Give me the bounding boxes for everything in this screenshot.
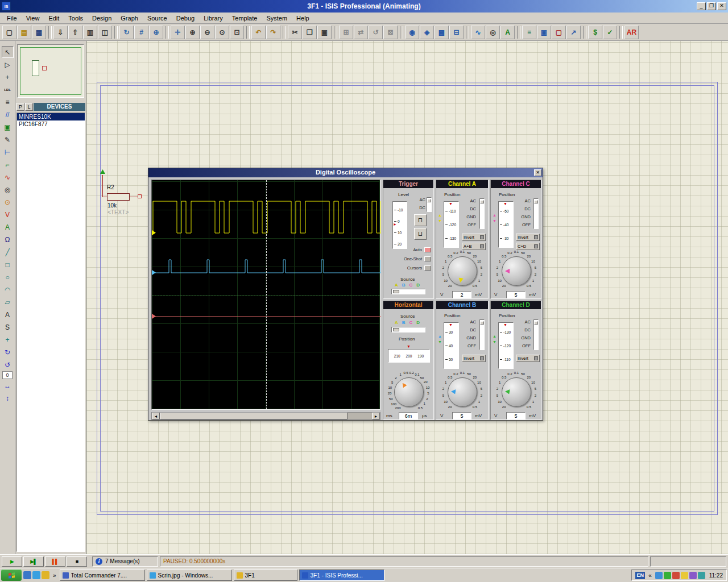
2d-box-mode-button[interactable]: □ — [2, 259, 14, 271]
task-button-isis[interactable]: 3F1 - ISIS Professi... — [299, 569, 384, 581]
channel-b-gain-knob[interactable]: 20105210.50.20.15020105210.5 — [438, 372, 487, 412]
maximize-button[interactable]: ❐ — [707, 2, 716, 10]
position-down-icon[interactable]: ▼ — [438, 219, 442, 223]
tray-icon-antivirus[interactable] — [664, 572, 671, 579]
knob-dial[interactable] — [502, 377, 531, 407]
mark-output-area-button[interactable]: ◫ — [98, 26, 112, 39]
menu-item[interactable]: Debug — [172, 14, 199, 23]
block-delete-button[interactable]: ⊠ — [383, 26, 398, 39]
subcircuit-mode-button[interactable]: ▣ — [2, 121, 14, 133]
minimize-button[interactable]: _ — [697, 2, 706, 10]
cut-button[interactable]: ✂ — [288, 26, 302, 39]
slider-thumb[interactable] — [534, 321, 538, 325]
decompose-button[interactable]: ⊟ — [449, 26, 464, 39]
remove-sheet-button[interactable]: ▢ — [552, 26, 566, 39]
channel-b-position-marker[interactable] — [152, 270, 156, 275]
text-script-mode-button[interactable]: ≡ — [2, 96, 14, 108]
show-desktop-icon[interactable] — [23, 571, 31, 579]
paste-button[interactable]: ▣ — [317, 26, 332, 39]
channel-c-position-marker[interactable] — [152, 314, 156, 319]
copy-button[interactable]: ❐ — [303, 26, 317, 39]
oscilloscope-titlebar[interactable]: Digital Oscilloscope ✕ — [148, 168, 543, 177]
step-button[interactable]: ▶▌ — [23, 556, 44, 567]
property-assignment-button[interactable]: A — [500, 26, 515, 39]
quick-launch-chevron[interactable]: » — [51, 572, 58, 579]
tray-icon-update[interactable] — [672, 572, 680, 579]
generator-mode-button[interactable]: ⊙ — [2, 196, 14, 208]
selection-mode-button[interactable]: ↖ — [2, 46, 14, 58]
position-down-icon[interactable]: ▼ — [493, 219, 497, 223]
channel-a-position-marker[interactable] — [152, 230, 156, 235]
channel-b-invert-button[interactable]: Invert — [462, 355, 486, 362]
2d-text-mode-button[interactable]: A — [2, 309, 14, 321]
position-down-icon[interactable]: ▼ — [493, 340, 497, 344]
trigger-level-slider[interactable]: ► -1001020 — [392, 201, 407, 249]
browser-icon[interactable] — [32, 571, 40, 579]
toggle-origin-button[interactable]: ⊕ — [149, 26, 163, 39]
virtual-instrument-mode-button[interactable]: Ω — [2, 234, 14, 246]
menu-item[interactable]: System — [262, 14, 292, 23]
mode-indicator[interactable] — [424, 247, 431, 252]
language-indicator[interactable]: EN — [635, 572, 645, 579]
channel-a-position-slider[interactable]: ▼ -110-120-130 — [444, 201, 459, 248]
schematic-canvas[interactable]: R2 10k <TEXT> Digital Oscilloscope ✕ — [86, 41, 728, 554]
scroll-left-icon[interactable]: ◄ — [152, 413, 160, 419]
trigger-edge-button[interactable]: ⊓ — [414, 214, 427, 226]
2d-path-mode-button[interactable]: ▱ — [2, 296, 14, 308]
channel-a-gain-knob[interactable]: 20105210.50.20.15020105210.5 — [438, 251, 487, 291]
mode-indicator[interactable] — [424, 256, 431, 261]
tape-recorder-mode-button[interactable]: ◎ — [2, 184, 14, 196]
horizontal-timebase-knob[interactable]: 2001005020105210.50.20.15020105210.5 — [384, 372, 433, 412]
menu-item[interactable]: File — [2, 14, 22, 23]
search-tag-button[interactable]: ◎ — [486, 26, 500, 39]
start-button[interactable] — [1, 569, 22, 581]
zoom-out-button[interactable]: ⊖ — [200, 26, 214, 39]
tray-icon-display[interactable] — [655, 572, 663, 579]
source-channel-letter[interactable]: A — [395, 282, 398, 288]
slider-thumb[interactable] — [480, 200, 484, 203]
voltage-probe-mode-button[interactable]: V — [2, 209, 14, 221]
resistor-body[interactable] — [107, 193, 130, 201]
junction-mode-button[interactable]: + — [2, 71, 14, 83]
trigger-coupling-slider[interactable] — [427, 197, 432, 212]
device-pin-mode-button[interactable]: ⌐ — [2, 159, 14, 171]
close-icon[interactable]: ✕ — [534, 169, 541, 176]
slider-thumb[interactable] — [393, 290, 399, 293]
import-section-button[interactable]: ⇩ — [53, 26, 68, 39]
window-titlebar[interactable]: IS 3F1 - ISIS Professional (Animating) _… — [0, 0, 728, 13]
zoom-area-button[interactable]: ⊡ — [230, 26, 244, 39]
device-list-item[interactable]: MINRES10K — [17, 113, 85, 120]
slider-thumb[interactable] — [393, 328, 399, 331]
block-move-button[interactable]: ⇄ — [354, 26, 368, 39]
packaging-tool-button[interactable]: ▩ — [435, 26, 449, 39]
slider-thumb[interactable] — [534, 200, 538, 203]
toggle-grid-button[interactable]: # — [134, 26, 148, 39]
channel-d-gain-knob[interactable]: 20105210.50.20.15020105210.5 — [492, 372, 541, 412]
design-explorer-button[interactable]: ≡ — [522, 26, 536, 39]
source-channel-letter[interactable]: C — [410, 282, 413, 288]
export-section-button[interactable]: ⇧ — [68, 26, 82, 39]
menu-item[interactable]: Edit — [44, 14, 64, 23]
menu-item[interactable]: Library — [199, 14, 228, 23]
trigger-source-slider[interactable] — [391, 289, 425, 294]
wire-label-mode-button[interactable]: LBL — [2, 84, 14, 95]
pause-button[interactable]: ▌▌ — [45, 556, 65, 567]
channel-a-coupling-slider[interactable] — [479, 198, 485, 229]
bill-of-materials-button[interactable]: $ — [588, 26, 602, 39]
component-mode-button[interactable]: ▷ — [2, 59, 14, 70]
terminal-mode-button[interactable]: ⊢ — [2, 146, 14, 158]
pick-parts-button[interactable]: P — [16, 103, 24, 111]
rotation-angle-field[interactable]: 0 — [2, 371, 13, 379]
folder-icon[interactable] — [42, 571, 49, 579]
slider-thumb[interactable] — [480, 321, 484, 325]
make-device-button[interactable]: ◈ — [420, 26, 434, 39]
channel-a-combine-button[interactable]: A+B — [462, 243, 486, 250]
tray-icon-volume[interactable] — [681, 572, 688, 579]
channel-b-coupling-slider[interactable] — [479, 319, 485, 350]
netlist-to-ares-button[interactable]: AR — [624, 26, 639, 39]
trigger-edge-button[interactable]: ⊔ — [414, 228, 427, 240]
channel-b-position-slider[interactable]: ▼ 304050 — [444, 322, 459, 369]
pan-button[interactable]: ✛ — [171, 26, 185, 39]
zoom-all-button[interactable]: ⊙ — [215, 26, 229, 39]
position-up-icon[interactable]: ▲ — [438, 334, 442, 338]
